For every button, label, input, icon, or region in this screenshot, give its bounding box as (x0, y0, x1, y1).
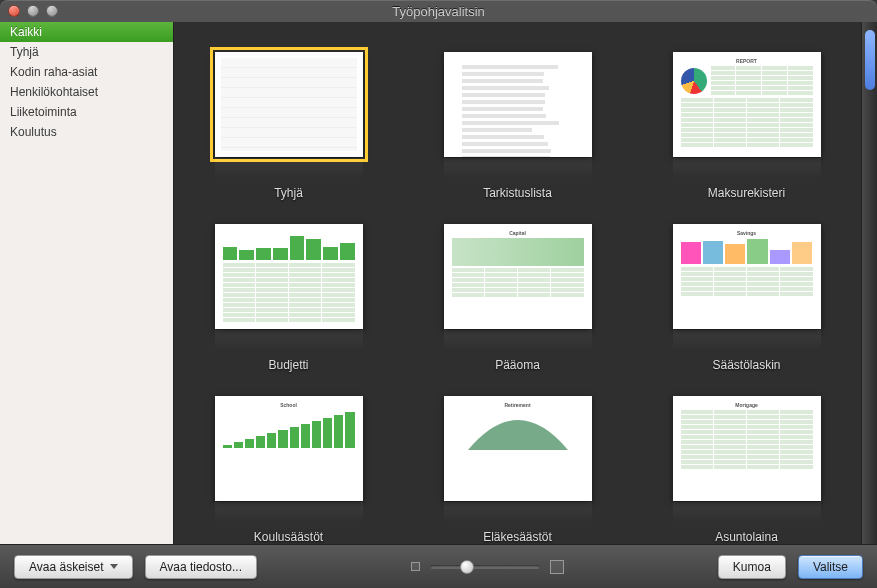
chevron-down-icon (110, 564, 118, 569)
slider-knob[interactable] (460, 560, 474, 574)
scroll-thumb[interactable] (865, 30, 875, 90)
sidebar-item-5[interactable]: Koulutus (0, 122, 173, 142)
template-thumbnail[interactable] (215, 52, 363, 157)
bottom-toolbar: Avaa äskeiset Avaa tiedosto... Kumoa Val… (0, 544, 877, 588)
template-thumbnail[interactable]: Savings (673, 224, 821, 329)
template-label: Budjetti (268, 358, 308, 372)
close-icon[interactable] (8, 5, 20, 17)
thumbnail-reflection (673, 158, 821, 178)
zoom-icon[interactable] (46, 5, 58, 17)
sidebar-item-0[interactable]: Kaikki (0, 22, 173, 42)
choose-label: Valitse (813, 560, 848, 574)
sidebar-item-4[interactable]: Liiketoiminta (0, 102, 173, 122)
template-thumbnail[interactable]: Mortgage (673, 396, 821, 501)
template-savings[interactable]: SavingsSäästölaskin (652, 224, 841, 372)
template-checklist[interactable]: Tarkistuslista (423, 52, 612, 200)
template-register[interactable]: REPORTMaksurekisteri (652, 52, 841, 200)
titlebar: Työpohjavalitsin (0, 0, 877, 22)
choose-button[interactable]: Valitse (798, 555, 863, 579)
window-frame: Työpohjavalitsin KaikkiTyhjäKodin raha-a… (0, 0, 877, 588)
template-label: Pääoma (495, 358, 540, 372)
sidebar-item-1[interactable]: Tyhjä (0, 42, 173, 62)
open-file-label: Avaa tiedosto... (160, 560, 243, 574)
gallery-scrollbar[interactable] (861, 22, 877, 544)
template-mortgage[interactable]: MortgageAsuntolaina (652, 396, 841, 544)
template-gallery: TyhjäTarkistuslistaREPORTMaksurekisteriB… (174, 22, 861, 544)
slider-track[interactable] (430, 565, 540, 569)
category-sidebar: KaikkiTyhjäKodin raha-asiatHenkilökohtai… (0, 22, 174, 544)
thumbnail-reflection (673, 502, 821, 522)
template-capital[interactable]: CapitalPääoma (423, 224, 612, 372)
template-label: Eläkesäästöt (483, 530, 552, 544)
window-title: Työpohjavalitsin (0, 4, 877, 19)
sidebar-item-3[interactable]: Henkilökohtaiset (0, 82, 173, 102)
template-school[interactable]: SchoolKoulusäästöt (194, 396, 383, 544)
template-label: Tarkistuslista (483, 186, 552, 200)
template-retirement[interactable]: RetirementEläkesäästöt (423, 396, 612, 544)
template-blank[interactable]: Tyhjä (194, 52, 383, 200)
open-file-button[interactable]: Avaa tiedosto... (145, 555, 258, 579)
zoom-small-icon (411, 562, 420, 571)
template-budget[interactable]: Budjetti (194, 224, 383, 372)
template-label: Säästölaskin (712, 358, 780, 372)
thumbnail-reflection (215, 158, 363, 178)
thumbnail-reflection (444, 330, 592, 350)
gallery-wrap: TyhjäTarkistuslistaREPORTMaksurekisteriB… (174, 22, 877, 544)
template-label: Koulusäästöt (254, 530, 323, 544)
thumbnail-reflection (444, 502, 592, 522)
thumbnail-reflection (673, 330, 821, 350)
template-thumbnail[interactable]: Capital (444, 224, 592, 329)
template-label: Asuntolaina (715, 530, 778, 544)
template-thumbnail[interactable]: School (215, 396, 363, 501)
cancel-label: Kumoa (733, 560, 771, 574)
template-thumbnail[interactable]: Retirement (444, 396, 592, 501)
thumbnail-zoom-slider[interactable] (411, 560, 564, 574)
traffic-lights (8, 5, 58, 17)
template-thumbnail[interactable]: REPORT (673, 52, 821, 157)
thumbnail-reflection (444, 158, 592, 178)
zoom-large-icon (550, 560, 564, 574)
minimize-icon[interactable] (27, 5, 39, 17)
open-recent-button[interactable]: Avaa äskeiset (14, 555, 133, 579)
cancel-button[interactable]: Kumoa (718, 555, 786, 579)
sidebar-item-2[interactable]: Kodin raha-asiat (0, 62, 173, 82)
content-area: KaikkiTyhjäKodin raha-asiatHenkilökohtai… (0, 22, 877, 544)
template-label: Maksurekisteri (708, 186, 785, 200)
thumbnail-reflection (215, 502, 363, 522)
thumbnail-reflection (215, 330, 363, 350)
template-thumbnail[interactable] (444, 52, 592, 157)
open-recent-label: Avaa äskeiset (29, 560, 104, 574)
template-thumbnail[interactable] (215, 224, 363, 329)
template-label: Tyhjä (274, 186, 303, 200)
